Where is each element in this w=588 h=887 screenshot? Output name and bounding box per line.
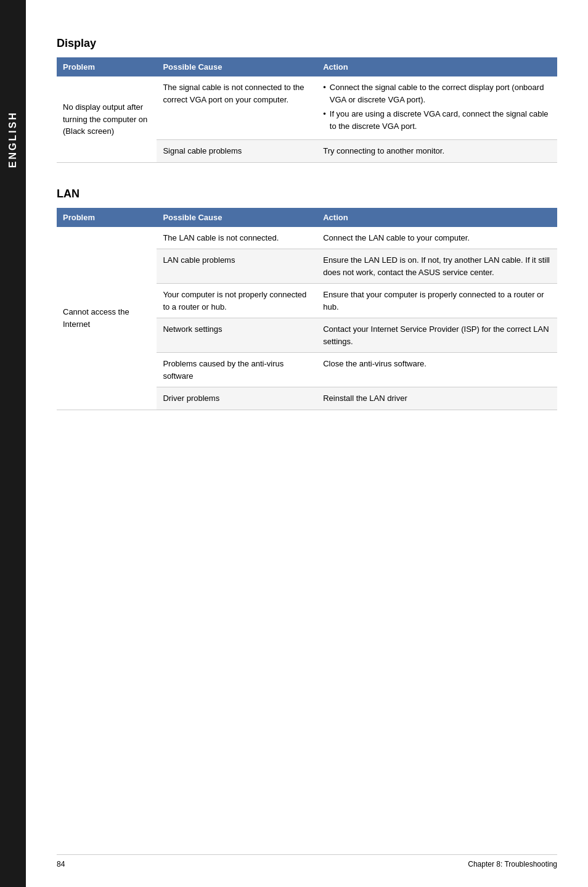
display-action-1: Connect the signal cable to the correct … xyxy=(317,76,557,140)
display-title: Display xyxy=(57,37,557,50)
chapter-label: Chapter 8: Troubleshooting xyxy=(468,860,557,868)
lan-cause-2: LAN cable problems xyxy=(157,249,317,284)
lan-header-cause: Possible Cause xyxy=(157,208,317,227)
display-action-2: Try connecting to another monitor. xyxy=(317,140,557,163)
display-table-header-row: Problem Possible Cause Action xyxy=(57,57,557,76)
display-cause-2: Signal cable problems xyxy=(157,140,317,163)
main-content: Display Problem Possible Cause Action No… xyxy=(26,0,588,887)
lan-cause-5: Problems caused by the anti-virus softwa… xyxy=(157,353,317,387)
display-cause-1: The signal cable is not connected to the… xyxy=(157,76,317,140)
display-table: Problem Possible Cause Action No display… xyxy=(57,57,557,163)
display-header-problem: Problem xyxy=(57,57,157,76)
lan-table: Problem Possible Cause Action Cannot acc… xyxy=(57,208,557,410)
lan-action-2: Ensure the LAN LED is on. If not, try an… xyxy=(317,249,557,284)
lan-header-action: Action xyxy=(317,208,557,227)
lan-problem-1: Cannot access the Internet xyxy=(57,227,157,410)
sidebar: ENGLISH xyxy=(0,0,26,887)
lan-title: LAN xyxy=(57,188,557,200)
table-row: Cannot access the Internet The LAN cable… xyxy=(57,227,557,249)
lan-action-5: Close the anti-virus software. xyxy=(317,353,557,387)
lan-section: LAN Problem Possible Cause Action Cannot… xyxy=(57,188,557,410)
lan-cause-4: Network settings xyxy=(157,318,317,353)
bullet-item-1: Connect the signal cable to the correct … xyxy=(323,81,551,105)
lan-action-4: Contact your Internet Service Provider (… xyxy=(317,318,557,353)
display-header-action: Action xyxy=(317,57,557,76)
lan-action-6: Reinstall the LAN driver xyxy=(317,387,557,410)
lan-header-problem: Problem xyxy=(57,208,157,227)
lan-cause-1: The LAN cable is not connected. xyxy=(157,227,317,249)
lan-cause-3: Your computer is not properly connected … xyxy=(157,284,317,318)
page-container: ENGLISH Display Problem Possible Cause A… xyxy=(0,0,588,887)
lan-action-3: Ensure that your computer is properly co… xyxy=(317,284,557,318)
bullet-item-2: If you are using a discrete VGA card, co… xyxy=(323,108,551,132)
table-row: No display output after turning the comp… xyxy=(57,76,557,140)
display-section: Display Problem Possible Cause Action No… xyxy=(57,37,557,163)
lan-table-header-row: Problem Possible Cause Action xyxy=(57,208,557,227)
sidebar-label: ENGLISH xyxy=(7,111,18,168)
page-number: 84 xyxy=(57,860,65,868)
display-header-cause: Possible Cause xyxy=(157,57,317,76)
footer: 84 Chapter 8: Troubleshooting xyxy=(57,854,557,868)
lan-action-1: Connect the LAN cable to your computer. xyxy=(317,227,557,249)
lan-cause-6: Driver problems xyxy=(157,387,317,410)
display-problem-1: No display output after turning the comp… xyxy=(57,76,157,162)
